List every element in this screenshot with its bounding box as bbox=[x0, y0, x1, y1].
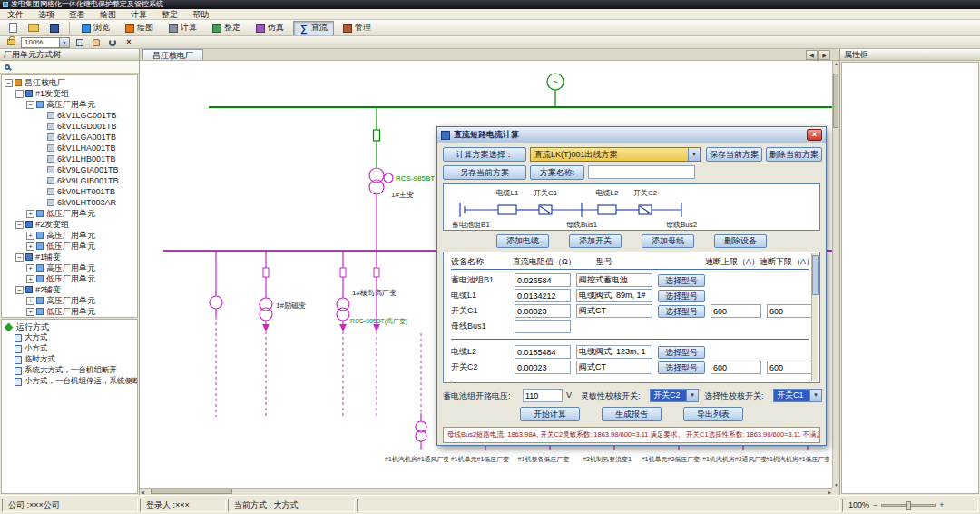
tree-toggle-icon[interactable] bbox=[37, 144, 45, 153]
add-device-button[interactable]: 添加电缆 bbox=[496, 234, 549, 248]
tree-toggle-icon[interactable] bbox=[26, 264, 34, 272]
refresh-button[interactable] bbox=[106, 37, 119, 48]
tree-item[interactable]: 高压厂用单元 bbox=[2, 99, 137, 110]
model-input[interactable] bbox=[576, 304, 652, 318]
chevron-down-icon[interactable]: ▼ bbox=[686, 390, 698, 401]
tree-item[interactable]: 低压厂用单元 bbox=[2, 241, 137, 252]
tree-item[interactable]: 6kV1LHB001TB bbox=[2, 153, 137, 164]
menu-item[interactable]: 帮助 bbox=[185, 9, 216, 20]
save-as-scheme-button[interactable]: 另存当前方案 bbox=[443, 165, 526, 180]
fit-view-button[interactable] bbox=[74, 37, 86, 48]
cable-l2-symbol[interactable] bbox=[598, 205, 616, 214]
select-model-button[interactable]: 选择型号 bbox=[658, 290, 705, 302]
tree-toggle-icon[interactable] bbox=[5, 79, 13, 87]
canvas-horizontal-scrollbar[interactable]: ◀ ▶ bbox=[140, 488, 832, 495]
tree-item[interactable]: 6kV9LGIA001TB bbox=[2, 164, 137, 175]
menu-item[interactable]: 计算 bbox=[123, 9, 154, 20]
resistance-input[interactable] bbox=[514, 361, 571, 374]
model-input[interactable] bbox=[576, 273, 652, 287]
upper-limit-input[interactable] bbox=[710, 361, 761, 374]
tree-item[interactable]: 6kV0LHT003AR bbox=[2, 197, 137, 208]
tree-toggle-icon[interactable] bbox=[37, 133, 45, 142]
tree-toggle-icon[interactable] bbox=[26, 210, 34, 218]
tree-toggle-icon[interactable] bbox=[26, 232, 34, 240]
run-modes-header[interactable]: 运行方式 bbox=[2, 321, 137, 332]
select-model-button[interactable]: 选择型号 bbox=[658, 274, 705, 287]
tree-toggle-icon[interactable] bbox=[15, 90, 24, 98]
tree-item[interactable]: #1辅变 bbox=[2, 252, 137, 262]
resistance-input[interactable] bbox=[514, 273, 571, 287]
tree-toggle-icon[interactable] bbox=[37, 123, 45, 131]
select-model-button[interactable]: 选择型号 bbox=[658, 346, 705, 359]
run-mode-item[interactable]: 大方式 bbox=[2, 332, 137, 343]
generator-symbol[interactable]: ~ bbox=[547, 74, 564, 107]
dc-circuit-preview[interactable]: 电缆L1 开关C1 电缆L2 开关C2 蓄电池组B1 母线Bus1 母线Bus2 bbox=[443, 183, 820, 231]
cable-l1-symbol[interactable] bbox=[498, 205, 516, 214]
open-file-button[interactable] bbox=[24, 21, 43, 35]
canvas-vertical-scrollbar[interactable]: ▲ ▼ bbox=[832, 61, 839, 488]
tree-item[interactable]: 高压厂用单元 bbox=[2, 262, 137, 273]
tree-item[interactable]: 6kV0LHT001TB bbox=[2, 186, 137, 197]
zoom-slider[interactable] bbox=[881, 504, 936, 507]
tree-item[interactable]: 高压厂用单元 bbox=[2, 295, 137, 306]
tree-item[interactable]: 低压厂用单元 bbox=[2, 273, 137, 284]
tree-item[interactable]: 低压厂用单元 bbox=[2, 208, 137, 219]
zoom-out-icon[interactable]: − bbox=[873, 499, 877, 511]
select-model-button[interactable]: 选择型号 bbox=[658, 305, 705, 318]
tab-scroll-right-icon[interactable]: ▶ bbox=[818, 50, 830, 60]
tree-toggle-icon[interactable] bbox=[37, 166, 45, 174]
model-input[interactable] bbox=[576, 361, 652, 374]
toolbar-button[interactable]: 仿真 bbox=[250, 21, 290, 35]
toolbar-button[interactable]: 直流 bbox=[293, 21, 334, 35]
tree-item[interactable]: 高压厂用单元 bbox=[2, 230, 137, 241]
tree-item[interactable]: 6kV1LGC001TB bbox=[2, 110, 137, 121]
tree-item[interactable]: #1发变组 bbox=[2, 88, 137, 99]
save-button[interactable] bbox=[45, 21, 64, 35]
chevron-down-icon[interactable]: ▼ bbox=[59, 38, 69, 47]
toolbar-button[interactable]: 浏览 bbox=[75, 21, 116, 35]
battery-symbol[interactable] bbox=[460, 203, 465, 217]
dialog-action-button[interactable]: 生成报告 bbox=[602, 407, 662, 421]
run-mode-item[interactable]: 小方式，一台机组停运，系统侧断开 bbox=[2, 376, 137, 387]
tree-toggle-icon[interactable] bbox=[26, 242, 34, 251]
excitation-transformer-branch[interactable]: 1#励磁变 bbox=[260, 251, 306, 417]
delete-scheme-button[interactable]: 删除当前方案 bbox=[766, 147, 822, 162]
tree-item[interactable]: #2发变组 bbox=[2, 219, 137, 230]
run-mode-item[interactable]: 小方式 bbox=[2, 343, 137, 354]
tab-changjiang-plant[interactable]: 昌江核电厂 bbox=[142, 49, 203, 60]
chevron-down-icon[interactable]: ▼ bbox=[809, 390, 821, 401]
menu-item[interactable]: 整定 bbox=[154, 9, 185, 20]
scroll-right-icon[interactable]: ▶ bbox=[828, 489, 831, 495]
dialog-close-button[interactable]: × bbox=[807, 129, 822, 141]
add-device-button[interactable]: 添加开关 bbox=[569, 234, 622, 248]
feeder-branch-1[interactable] bbox=[210, 251, 222, 417]
tree-toggle-icon[interactable] bbox=[37, 112, 45, 120]
toolbar-button[interactable]: 绘图 bbox=[119, 21, 160, 35]
run-mode-item[interactable]: 临时方式 bbox=[2, 354, 137, 365]
toolbar-button[interactable]: 管理 bbox=[337, 21, 377, 35]
hscroll-thumb[interactable] bbox=[151, 489, 232, 494]
tree-item[interactable]: 低压厂用单元 bbox=[2, 306, 137, 317]
model-input[interactable] bbox=[576, 345, 652, 359]
menu-item[interactable]: 选项 bbox=[31, 9, 62, 20]
select-model-button[interactable]: 选择型号 bbox=[658, 361, 705, 374]
tree-item[interactable]: 6kV9LGIB001TB bbox=[2, 175, 137, 186]
tree-toggle-icon[interactable] bbox=[37, 199, 45, 207]
new-file-button[interactable] bbox=[4, 21, 22, 35]
save-scheme-button[interactable]: 保存当前方案 bbox=[706, 147, 762, 162]
tree-item[interactable]: 6kV1LGD001TB bbox=[2, 121, 137, 132]
dialog-titlebar[interactable]: 直流短路电流计算 × bbox=[437, 127, 826, 143]
sensitivity-switch-select[interactable]: 开关C2 ▼ bbox=[650, 389, 699, 402]
tree-toggle-icon[interactable] bbox=[15, 253, 24, 262]
add-device-button[interactable]: 删除设备 bbox=[714, 234, 767, 248]
pan-button[interactable] bbox=[90, 37, 103, 48]
lower-limit-input[interactable] bbox=[767, 304, 812, 318]
tree-toggle-icon[interactable] bbox=[37, 177, 45, 185]
upper-limit-input[interactable] bbox=[710, 304, 761, 318]
tab-scroll-left-icon[interactable]: ◀ bbox=[806, 50, 818, 60]
tree-toggle-icon[interactable] bbox=[26, 101, 34, 109]
menu-item[interactable]: 文件 bbox=[0, 9, 31, 20]
run-mode-item[interactable]: 系统大方式，一台机组断开 bbox=[2, 365, 137, 376]
main-transformer-branch[interactable]: RCS-985BT 1#主变 bbox=[369, 107, 435, 251]
battery-voltage-input[interactable] bbox=[523, 389, 563, 402]
